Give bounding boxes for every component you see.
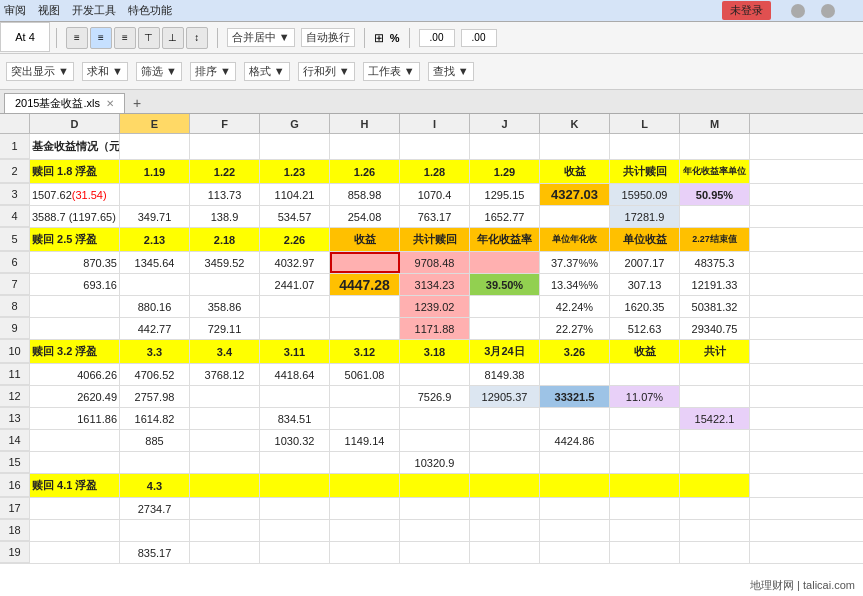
cell-j16[interactable] [470,474,540,497]
col-header-i[interactable]: I [400,114,470,133]
align-top-btn[interactable]: ⊤ [138,27,160,49]
cell-m3[interactable]: 50.95% [680,184,750,205]
cell-k13[interactable] [540,408,610,429]
cell-h19[interactable] [330,542,400,563]
cell-g12[interactable] [260,386,330,407]
cell-h2[interactable]: 1.26 [330,160,400,183]
cell-m19[interactable] [680,542,750,563]
cell-d18[interactable] [30,520,120,541]
cell-h14[interactable]: 1149.14 [330,430,400,451]
cell-m16[interactable] [680,474,750,497]
cell-g13[interactable]: 834.51 [260,408,330,429]
cell-e5[interactable]: 2.13 [120,228,190,251]
cell-k1[interactable] [540,134,610,159]
cell-m2[interactable]: 年化收益率单位 [680,160,750,183]
cell-e13[interactable]: 1614.82 [120,408,190,429]
cell-f14[interactable] [190,430,260,451]
cell-f2[interactable]: 1.22 [190,160,260,183]
cell-i12[interactable]: 7526.9 [400,386,470,407]
col-header-g[interactable]: G [260,114,330,133]
cell-l1[interactable] [610,134,680,159]
cell-j3[interactable]: 1295.15 [470,184,540,205]
cell-f17[interactable] [190,498,260,519]
cell-g8[interactable] [260,296,330,317]
cell-j9[interactable] [470,318,540,339]
cell-m6[interactable]: 48375.3 [680,252,750,273]
cell-f13[interactable] [190,408,260,429]
cell-e3[interactable] [120,184,190,205]
cell-m17[interactable] [680,498,750,519]
cell-h7[interactable]: 4447.28 [330,274,400,295]
cell-h8[interactable] [330,296,400,317]
cell-i11[interactable] [400,364,470,385]
decimal-field1[interactable] [419,29,455,47]
cell-d15[interactable] [30,452,120,473]
cell-h3[interactable]: 858.98 [330,184,400,205]
col-header-l[interactable]: L [610,114,680,133]
cell-m4[interactable] [680,206,750,227]
cell-l6[interactable]: 2007.17 [610,252,680,273]
cell-h15[interactable] [330,452,400,473]
cell-k18[interactable] [540,520,610,541]
cell-k15[interactable] [540,452,610,473]
cell-g4[interactable]: 534.57 [260,206,330,227]
cell-l7[interactable]: 307.13 [610,274,680,295]
cell-l13[interactable] [610,408,680,429]
align-bottom-btn[interactable]: ↕ [186,27,208,49]
cell-i15[interactable]: 10320.9 [400,452,470,473]
cell-k10[interactable]: 3.26 [540,340,610,363]
cell-e12[interactable]: 2757.98 [120,386,190,407]
cell-i14[interactable] [400,430,470,451]
cell-j19[interactable] [470,542,540,563]
cell-i13[interactable] [400,408,470,429]
cell-i19[interactable] [400,542,470,563]
cell-j6[interactable] [470,252,540,273]
cell-d4[interactable]: 3588.7 (1197.65) [30,206,120,227]
cell-g7[interactable]: 2441.07 [260,274,330,295]
cell-f16[interactable] [190,474,260,497]
cell-e15[interactable] [120,452,190,473]
cell-g18[interactable] [260,520,330,541]
cell-k8[interactable]: 42.24% [540,296,610,317]
cell-f8[interactable]: 358.86 [190,296,260,317]
cell-d3[interactable]: 1507.62 (31.54) [30,184,120,205]
cell-k2[interactable]: 收益 [540,160,610,183]
cell-m9[interactable]: 29340.75 [680,318,750,339]
cell-d6[interactable]: 870.35 [30,252,120,273]
cell-d19[interactable] [30,542,120,563]
cell-m14[interactable] [680,430,750,451]
cell-e8[interactable]: 880.16 [120,296,190,317]
cell-e19[interactable]: 835.17 [120,542,190,563]
align-left-btn[interactable]: ≡ [66,27,88,49]
cell-d2[interactable]: 赎回 1.8 浮盈 [30,160,120,183]
format-btn[interactable]: 格式 ▼ [244,62,290,81]
cell-d16[interactable]: 赎回 4.1 浮盈 [30,474,120,497]
cell-i7[interactable]: 3134.23 [400,274,470,295]
cell-l12[interactable]: 11.07% [610,386,680,407]
cell-e11[interactable]: 4706.52 [120,364,190,385]
cell-g15[interactable] [260,452,330,473]
cell-d10[interactable]: 赎回 3.2 浮盈 [30,340,120,363]
cell-l16[interactable] [610,474,680,497]
cell-m10[interactable]: 共计 [680,340,750,363]
align-right-btn[interactable]: ≡ [114,27,136,49]
cell-m15[interactable] [680,452,750,473]
cell-j7[interactable]: 39.50% [470,274,540,295]
cell-j15[interactable] [470,452,540,473]
cell-j4[interactable]: 1652.77 [470,206,540,227]
cell-l4[interactable]: 17281.9 [610,206,680,227]
col-header-h[interactable]: H [330,114,400,133]
cell-h5[interactable]: 收益 [330,228,400,251]
cell-g11[interactable]: 4418.64 [260,364,330,385]
cell-f1[interactable] [190,134,260,159]
cell-j10[interactable]: 3月24日 [470,340,540,363]
align-middle-btn[interactable]: ⊥ [162,27,184,49]
cell-i4[interactable]: 763.17 [400,206,470,227]
cell-d13[interactable]: 1611.86 [30,408,120,429]
cell-k14[interactable]: 4424.86 [540,430,610,451]
cell-f15[interactable] [190,452,260,473]
cell-i17[interactable] [400,498,470,519]
cell-k11[interactable] [540,364,610,385]
cell-i16[interactable] [400,474,470,497]
cell-e4[interactable]: 349.71 [120,206,190,227]
